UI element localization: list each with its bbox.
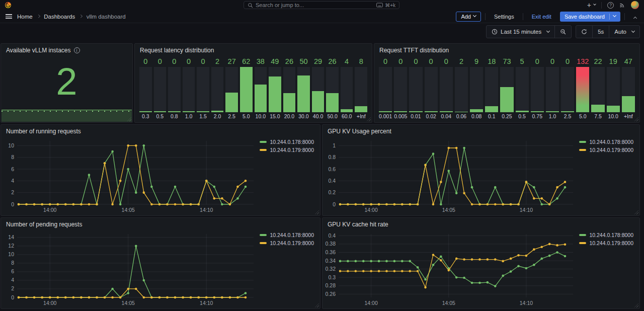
legend-item[interactable]: 10.244.0.178:8000 xyxy=(260,139,314,145)
legend-swatch xyxy=(579,242,586,244)
panel-available-instances: Available vLLM instaces 2 xyxy=(1,43,133,123)
bar-category-label: 2.5 xyxy=(561,112,574,120)
bar-value: 0 xyxy=(197,57,209,67)
bar-track xyxy=(500,67,513,112)
add-new-icon[interactable] xyxy=(587,2,596,9)
panel-title[interactable]: Available vLLM instaces xyxy=(1,44,132,54)
bar-value: 8 xyxy=(355,57,367,67)
bar-category-label: 0.06 xyxy=(455,112,468,120)
bar-category-label: 0.01 xyxy=(409,112,422,120)
bar-column: 00.005 xyxy=(394,57,407,120)
search-input[interactable]: Search or jump to... ⌘+k xyxy=(244,1,399,9)
bar-track xyxy=(546,67,559,112)
bar-track xyxy=(531,67,544,112)
svg-text:8: 8 xyxy=(11,260,14,266)
legend-swatch xyxy=(260,242,267,244)
svg-text:14:10: 14:10 xyxy=(520,207,533,213)
ttft-bar-gauge[interactable]: 00.00100.00500.0100.0200.0420.0690.08180… xyxy=(379,57,635,120)
auto-refresh-picker[interactable]: Auto xyxy=(609,26,639,38)
bar-category-label: 2.5 xyxy=(225,112,238,120)
info-icon[interactable] xyxy=(74,47,80,53)
bar-track xyxy=(139,67,152,112)
legend-item[interactable]: 10.244.0.178:8000 xyxy=(579,139,633,145)
search-shortcut: ⌘+k xyxy=(376,3,395,8)
svg-text:1: 1 xyxy=(333,142,336,148)
refresh-interval-label[interactable]: 5s xyxy=(593,26,609,38)
bar-category-label: 0.02 xyxy=(425,112,438,120)
news-icon[interactable] xyxy=(619,2,625,8)
divider xyxy=(624,13,625,20)
exit-edit-button[interactable]: Exit edit xyxy=(527,12,556,22)
bar-fill xyxy=(255,85,267,112)
save-dashboard-button[interactable]: Save dashboard xyxy=(560,12,620,22)
top-bar: Search or jump to... ⌘+k xyxy=(0,0,644,10)
refresh-button[interactable] xyxy=(576,26,592,38)
zoom-out-button[interactable] xyxy=(555,26,571,38)
legend-item[interactable]: 10.244.0.178:8000 xyxy=(579,232,633,238)
settings-button[interactable]: Settings xyxy=(490,12,519,22)
kv-cache-hit-rate-chart[interactable]: 0.260.280.30.320.340.360.380.414:0014:05… xyxy=(324,230,575,307)
svg-text:14:05: 14:05 xyxy=(442,207,455,213)
legend-item[interactable]: 10.244.0.179:8000 xyxy=(579,147,633,153)
bar-value: 26 xyxy=(283,57,296,67)
bar-category-label: 0.25 xyxy=(500,112,513,120)
panel-kv-cache-hit-rate: GPU KV cache hit rate 0.260.280.30.320.3… xyxy=(322,217,640,309)
grafana-logo[interactable] xyxy=(4,1,12,9)
bar-column: 01.0 xyxy=(183,57,195,120)
legend-item[interactable]: 10.244.0.179:8000 xyxy=(260,240,314,246)
breadcrumb-home[interactable]: Home xyxy=(17,14,33,20)
panel-title[interactable]: Request latency distribution xyxy=(135,44,372,54)
menu-icon[interactable] xyxy=(5,12,13,21)
bar-column: 02.5 xyxy=(561,57,574,120)
bar-value: 26 xyxy=(326,57,339,67)
user-avatar[interactable] xyxy=(631,1,639,9)
legend-item[interactable]: 10.244.0.179:8000 xyxy=(260,147,314,153)
bar-category-label: 40.0 xyxy=(312,112,325,120)
dashboard-grid: Available vLLM instaces 2 Request latenc… xyxy=(0,40,644,309)
chart-legend: 10.244.0.178:800010.244.0.179:8000 xyxy=(260,232,314,246)
running-requests-chart[interactable]: 024681014:0014:0514:10 xyxy=(2,137,256,214)
bar-track xyxy=(283,67,296,112)
legend-item[interactable]: 10.244.0.178:8000 xyxy=(260,232,314,238)
bar-fill xyxy=(485,106,498,112)
bar-value: 0 xyxy=(425,57,438,67)
time-range-group: Last 15 minutes xyxy=(486,25,572,38)
bar-value: 29 xyxy=(312,57,325,67)
time-range-picker[interactable]: Last 15 minutes xyxy=(487,26,554,38)
chart-legend: 10.244.0.178:800010.244.0.179:8000 xyxy=(260,139,314,153)
bar-category-label: 0.001 xyxy=(379,112,392,120)
stat-sparkline xyxy=(2,110,132,122)
pending-requests-chart[interactable]: 0246810121414:0014:0514:10 xyxy=(2,230,256,307)
panel-title[interactable]: GPU KV cache hit rate xyxy=(323,218,639,228)
chart-legend: 10.244.0.178:800010.244.0.179:8000 xyxy=(579,139,633,153)
panel-title[interactable]: Number of pending requests xyxy=(1,218,320,228)
svg-text:0.3: 0.3 xyxy=(328,274,336,280)
svg-text:0.8: 0.8 xyxy=(328,154,336,160)
bar-value: 0 xyxy=(168,57,181,67)
bar-category-label: 0.08 xyxy=(470,112,483,120)
panel-title[interactable]: Number of running requests xyxy=(1,125,320,135)
svg-text:10: 10 xyxy=(8,142,14,148)
legend-item[interactable]: 10.244.0.179:8000 xyxy=(579,240,633,246)
clock-icon xyxy=(492,29,498,35)
gpu-kv-usage-chart[interactable]: 00.20.40.60.8114:0014:0514:10 xyxy=(324,137,575,214)
latency-bar-gauge[interactable]: 00.300.500.801.001.522.0272.5625.03810.0… xyxy=(139,57,367,120)
help-icon[interactable] xyxy=(607,2,614,9)
bar-value: 73 xyxy=(500,57,513,67)
add-button[interactable]: Add xyxy=(456,12,481,22)
bar-category-label: 10.0 xyxy=(255,112,267,120)
breadcrumb-dashboards[interactable]: Dashboards xyxy=(44,14,75,20)
refresh-group: 5s Auto xyxy=(576,25,640,38)
topbar-actions xyxy=(587,1,644,9)
svg-text:0: 0 xyxy=(11,294,14,300)
legend-label: 10.244.0.178:8000 xyxy=(589,139,633,145)
panel-title[interactable]: Request TTFT distribution xyxy=(374,44,639,54)
bar-column: 50.5 xyxy=(516,57,529,120)
bar-category-label: 1.0 xyxy=(183,112,195,120)
bar-column: 2650.0 xyxy=(326,57,339,120)
chevron-up-icon[interactable] xyxy=(629,12,639,21)
bar-track xyxy=(341,67,353,112)
svg-text:14:10: 14:10 xyxy=(520,300,533,306)
legend-swatch xyxy=(260,149,267,151)
panel-title[interactable]: GPU KV Usage percent xyxy=(323,125,639,135)
